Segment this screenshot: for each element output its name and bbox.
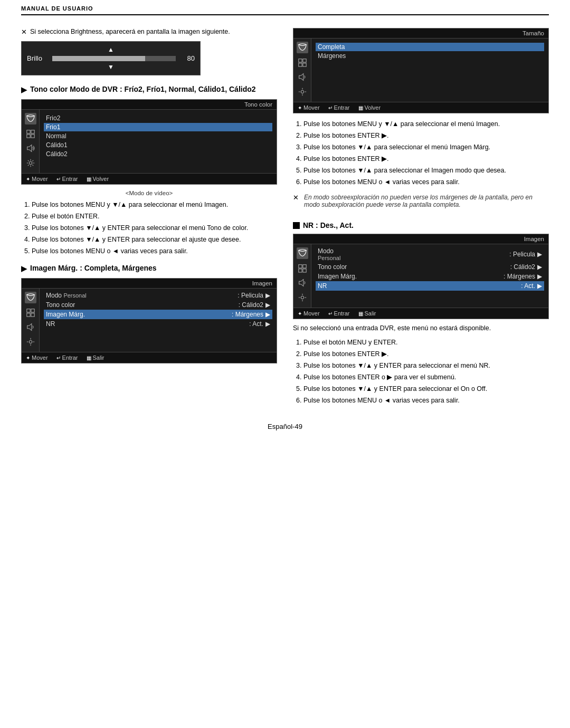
two-column-layout: ✕ Si selecciona Brightness, aparecerá en… [21,28,549,412]
imagen-footer-entrar: ↵ Entrar [56,355,78,361]
imagen-modo-label: Modo [46,292,62,299]
brillo-note: ✕ Si selecciona Brightness, aparecerá en… [21,28,277,36]
imagen-tono-arrow: ▶ [265,301,270,309]
nr-modo-sub: Personal [318,255,340,261]
tamano-inst-6: Pulse los botones MENU o ◄ varias veces … [303,177,549,187]
nr-footer-salir: ▦ Salir [358,310,376,317]
tamano-instructions-list: Pulse los botones MENU y ▼/▲ para selecc… [293,119,549,187]
tamano-item-completa: Completa [316,43,544,51]
imagen-item-marg: Imagen Márg. : Márgenes ▶ [44,310,272,319]
tono-inst-3: Pulse los botones ▼/▲ y ENTER para selec… [32,223,277,233]
brillo-note-text: Si selecciona Brightness, aparecerá en p… [30,28,230,35]
imagen-mover-label: Mover [32,355,48,361]
imagen-salir-icon: ▦ [87,355,91,361]
nr-menu-body: Modo Personal : Pelicula ▶ Tono color [293,244,548,308]
tamano-menu-body: Completa Márgenes [293,39,548,102]
tamano-inst-2: Pulse los botones ENTER ▶. [303,130,549,141]
brillo-up-arrow: ▲ [27,46,195,53]
imagen-entrar-label: Entrar [62,355,78,361]
svg-point-23 [301,296,303,299]
nr-item-nr: NR : Act. ▶ [316,281,544,291]
nr-heading-text: NR : Des., Act. [303,221,354,229]
imagen-icon-image [25,292,36,303]
brillo-label: Brillo [27,54,48,62]
tamano-menu-title: Tamaño [293,28,548,39]
section2-arrow-icon: ▶ [21,264,27,273]
imagen-footer-salir: ▦ Salir [87,355,104,361]
tono-menu-body: Frio2 Frio1 Normal Cálido1 Cálido2 [22,110,277,173]
imagen-item-tono: Tono color : Cálido2 ▶ [44,300,272,310]
tamano-menu-icons [293,39,311,102]
page-number: Español-49 [21,423,549,430]
header-title: MANUAL DE USUARIO [21,5,93,12]
tono-menu-icons [22,110,40,173]
tamano-mover-icon: ✦ [298,105,302,111]
svg-rect-15 [302,63,306,66]
tono-inst-4: Pulse los botones ▼/▲ y ENTER para selec… [32,234,277,245]
nr-icon-grid [297,262,308,274]
imagen-menu-body: Modo Personal : Pelicula ▶ Tono color [22,289,277,352]
tamano-volver-label: Volver [365,104,381,111]
imagen-marg-arrow: ▶ [265,311,270,318]
nr-nr-val: : Act. [521,282,535,290]
nr-inst-6: Pulse los botones MENU o ◄ varias veces … [303,395,549,406]
nr-inst-1: Pulse el botón MENU y ENTER. [303,337,549,348]
tamano-volver-icon: ▦ [358,105,363,111]
tamano-items-list: Completa Márgenes [316,41,544,62]
tamano-inst-4: Pulse los botones ENTER ▶. [303,154,549,164]
tamano-note-line: ✕ En modo sobreexploración no pueden ver… [293,194,549,214]
tamano-footer-volver: ▦ Volver [358,104,381,111]
tono-menu-title: Tono color [22,100,277,110]
nr-salir-icon: ▦ [358,311,363,317]
tamano-entrar-icon: ↵ [328,105,332,111]
svg-rect-8 [26,313,30,317]
imagen-modo-sub: Personal [63,292,86,299]
nr-menu-box: Imagen [293,234,549,319]
svg-rect-0 [26,130,30,133]
nr-icon-gear [297,292,308,303]
tamano-footer-mover: ✦ Mover [298,104,320,111]
note-x-symbol: ✕ [21,28,27,36]
nr-nr-arrow: ▶ [537,282,542,290]
nr-icon-speaker [297,277,308,289]
imagen-menu-title: Imagen [22,279,277,289]
nr-marg-val: : Márgenes [504,273,535,280]
tono-heading-text: Tono color Modo de DVR : Frío2, Frío1, N… [30,85,256,93]
tamano-item-margenes: Márgenes [316,52,544,60]
tono-item-normal: Normal [44,132,272,140]
nr-modo-left: Modo Personal [318,247,340,261]
nr-marg-label: Imagen Márg. [318,273,357,280]
tamano-icon-image [297,42,308,53]
brillo-row: Brillo 80 [27,54,195,62]
nr-menu-footer: ✦ Mover ↵ Entrar ▦ Salir [293,308,548,319]
nr-footer-entrar: ↵ Entrar [328,310,350,317]
imagen-menu-icons [22,289,40,352]
tamano-inst-3: Pulse los botones ▼/▲ para seleccionar e… [303,142,549,152]
tamano-inst-1: Pulse los botones MENU y ▼/▲ para selecc… [303,119,549,129]
svg-rect-21 [302,269,306,272]
nr-dvr-note: Si no seleccionó una entrada DVR, este m… [293,324,549,332]
footer-mover: ✦ Mover [26,176,48,182]
imagen-marg-label: Imagen Márg. [46,311,85,318]
tamano-menu-content: Completa Márgenes [311,39,548,102]
nr-nr-label: NR [318,282,327,290]
header: MANUAL DE USUARIO [21,0,549,15]
imagen-entrar-icon: ↵ [56,355,61,361]
imagen-tono-val-text: : Cálido2 [239,301,263,309]
imagen-marg-value: : Márgenes ▶ [232,311,270,318]
tamano-inst-5: Pulse los botones ▼/▲ para seleccionar e… [303,165,549,176]
imagen-marg-section-heading: ▶ Imagen Márg. : Completa, Márgenes [21,264,277,273]
imagen-footer-mover: ✦ Mover [26,355,48,361]
imagen-modo-arrow: ▶ [265,292,270,299]
imagen-menu-footer: ✦ Mover ↵ Entrar ▦ Salir [22,352,277,363]
nr-menu-title: Imagen [293,234,548,244]
tamano-footer-entrar: ↵ Entrar [328,104,350,111]
nr-marg-value: : Márgenes ▶ [504,273,542,280]
svg-rect-7 [31,309,34,312]
nr-inst-4: Pulse los botones ENTER o ▶ para ver el … [303,372,549,382]
volver-icon: ▦ [87,176,91,182]
tono-menu-box: Tono color [21,99,277,185]
svg-rect-9 [31,313,34,317]
nr-modo-value: : Pelicula ▶ [509,251,542,258]
nr-salir-label: Salir [365,310,376,317]
